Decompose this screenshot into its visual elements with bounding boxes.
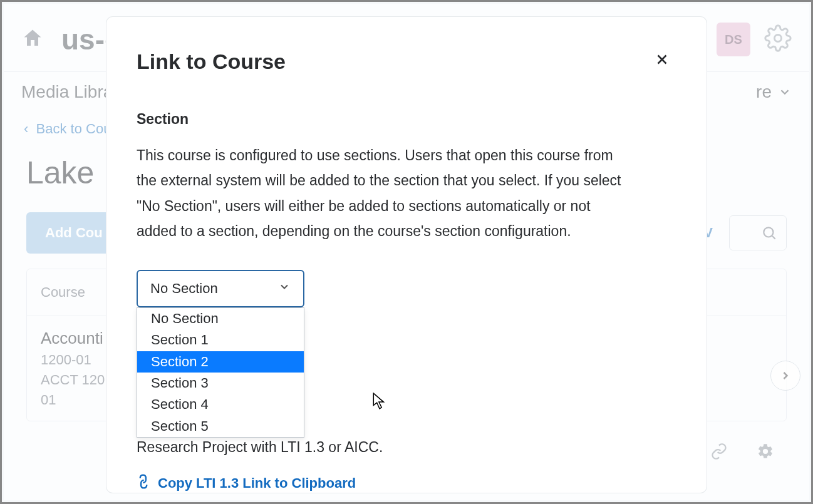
crumb-item[interactable]: Media Libra — [21, 82, 113, 102]
modal-body[interactable]: Section This course is configured to use… — [106, 82, 707, 493]
row-action-icons — [710, 443, 774, 463]
section-description: This course is configured to use section… — [137, 143, 625, 244]
section-option[interactable]: Section 2 — [137, 351, 304, 373]
link-instruction-text: Research Project with LTI 1.3 or AICC. — [137, 439, 666, 456]
section-select-wrap: No Section No SectionSection 1Section 2S… — [137, 270, 304, 307]
link-icon[interactable] — [710, 443, 728, 463]
home-icon[interactable] — [21, 27, 44, 52]
section-select-value: No Section — [150, 280, 218, 297]
section-option[interactable]: Section 1 — [137, 329, 304, 351]
gear-icon[interactable] — [757, 443, 774, 463]
section-heading: Section — [137, 111, 666, 128]
svg-line-2 — [772, 236, 775, 239]
svg-point-1 — [764, 227, 773, 237]
section-option[interactable]: Section 3 — [137, 373, 304, 394]
crumb-more[interactable]: re — [756, 82, 792, 102]
section-dropdown: No SectionSection 1Section 2Section 3Sec… — [137, 307, 304, 438]
section-select[interactable]: No Section — [137, 270, 304, 307]
copy-lti-link-label: Copy LTI 1.3 Link to Clipboard — [158, 475, 356, 491]
search-input[interactable] — [729, 215, 787, 250]
copy-lti-link[interactable]: Copy LTI 1.3 Link to Clipboard — [137, 475, 666, 492]
chevron-down-icon — [278, 280, 291, 297]
back-link[interactable]: ‹ Back to Cou — [24, 121, 111, 136]
close-icon[interactable] — [650, 47, 674, 76]
gear-icon[interactable] — [764, 24, 792, 54]
svg-point-0 — [775, 35, 782, 42]
modal-overlay: Link to Course Section This course is co… — [2, 2, 811, 502]
section-option[interactable]: No Section — [137, 308, 304, 329]
link-icon — [137, 475, 150, 492]
section-option[interactable]: Section 5 — [137, 416, 304, 437]
modal-title: Link to Course — [137, 49, 286, 74]
horizontal-scroll-right[interactable] — [770, 361, 800, 391]
link-to-course-modal: Link to Course Section This course is co… — [106, 17, 707, 493]
section-option[interactable]: Section 4 — [137, 394, 304, 415]
modal-header: Link to Course — [106, 17, 707, 82]
avatar[interactable]: DS — [717, 23, 750, 56]
